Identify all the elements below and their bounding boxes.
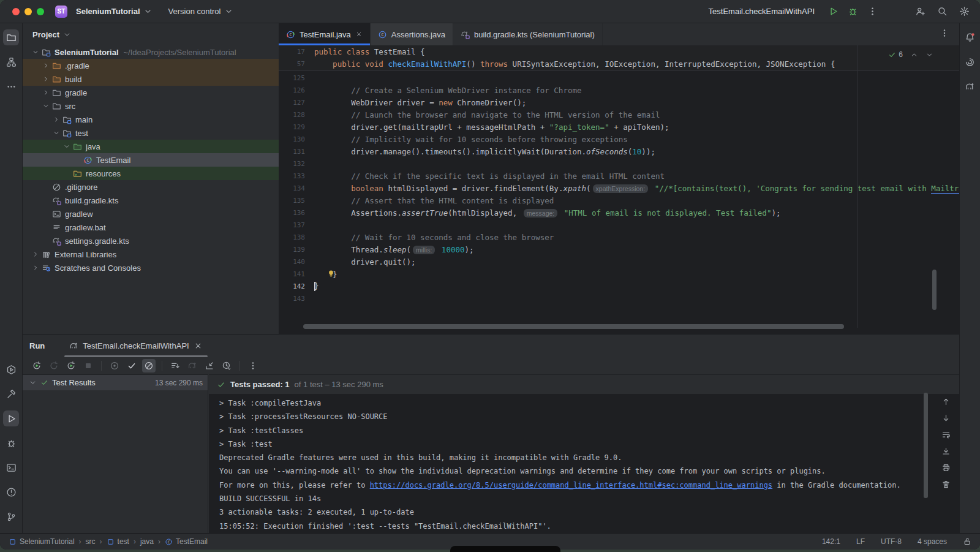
scroll-up-button[interactable] bbox=[939, 396, 952, 407]
structure-tool-button[interactable] bbox=[3, 54, 19, 70]
rerun-button[interactable] bbox=[30, 359, 43, 372]
tree-item-.gitignore[interactable]: .gitignore bbox=[23, 180, 279, 194]
tree-item-resources[interactable]: resources bbox=[23, 167, 279, 180]
indent-setting[interactable]: 4 spaces bbox=[918, 537, 947, 546]
chevron-right-icon[interactable] bbox=[40, 88, 51, 97]
tree-item-settings.gradle.kts[interactable]: settings.gradle.kts bbox=[23, 234, 279, 248]
file-encoding[interactable]: UTF-8 bbox=[881, 537, 902, 546]
project-tool-button[interactable] bbox=[3, 29, 19, 45]
breadcrumb-item-SeleniumTutorial[interactable]: SeleniumTutorial bbox=[9, 537, 75, 546]
tree-item-gradlew.bat[interactable]: gradlew.bat bbox=[23, 221, 279, 234]
tree-item-Scratches and Consoles[interactable]: Scratches and Consoles bbox=[23, 261, 279, 274]
breadcrumb-item-TestEmail[interactable]: CTestEmail bbox=[165, 537, 208, 546]
breadcrumb-item-src[interactable]: src bbox=[86, 537, 96, 546]
run-configuration-widget[interactable]: TestEmail.checkEmailWithAPI bbox=[705, 7, 818, 16]
tree-item-src[interactable]: src bbox=[23, 99, 279, 113]
add-user-button[interactable] bbox=[911, 4, 929, 20]
project-widget[interactable]: SeleniumTutorial bbox=[72, 4, 156, 18]
show-passed-button[interactable] bbox=[125, 359, 138, 372]
watch-button[interactable] bbox=[108, 359, 121, 372]
rerun-failed-button[interactable] bbox=[47, 359, 61, 372]
line-separator[interactable]: LF bbox=[856, 537, 865, 546]
next-problem-icon[interactable] bbox=[925, 51, 933, 59]
search-button[interactable] bbox=[933, 4, 951, 20]
tree-item-build[interactable]: build bbox=[23, 72, 279, 86]
stop-button[interactable] bbox=[81, 359, 95, 372]
soft-wrap-button[interactable] bbox=[939, 429, 952, 440]
tree-item-.gradle[interactable]: .gradle bbox=[23, 59, 279, 72]
console-vertical-scrollbar[interactable] bbox=[924, 393, 928, 498]
import-test-results-button[interactable] bbox=[203, 359, 216, 372]
print-button[interactable] bbox=[939, 462, 952, 473]
kebab-button[interactable] bbox=[864, 4, 881, 20]
run-session-tab[interactable]: TestEmail.checkEmailWithAPI bbox=[63, 335, 208, 357]
show-ignored-button[interactable] bbox=[142, 359, 156, 372]
settings-button[interactable] bbox=[956, 4, 973, 20]
notifications-button[interactable] bbox=[962, 29, 978, 45]
close-icon[interactable] bbox=[194, 341, 203, 350]
chevron-right-icon[interactable] bbox=[30, 263, 40, 273]
chevron-down-icon[interactable] bbox=[51, 128, 61, 138]
editor-tab-Assertions.java[interactable]: CAssertions.java bbox=[371, 23, 453, 45]
intention-bulb-icon[interactable] bbox=[326, 269, 336, 280]
project-panel-header[interactable]: Project bbox=[23, 23, 279, 45]
more-tools-button[interactable] bbox=[3, 78, 19, 94]
tree-item-main[interactable]: main bbox=[23, 113, 279, 126]
run-tool-button[interactable] bbox=[3, 410, 19, 426]
zoom-window-button[interactable] bbox=[37, 8, 44, 15]
editor-tab-TestEmail.java[interactable]: CTestEmail.java bbox=[279, 23, 371, 45]
breadcrumb-item-java[interactable]: java bbox=[140, 537, 154, 546]
tree-item-test[interactable]: test bbox=[23, 126, 279, 140]
chevron-right-icon[interactable] bbox=[51, 115, 61, 124]
version-control-button[interactable] bbox=[3, 509, 19, 524]
gradle-gray-button[interactable] bbox=[186, 359, 199, 372]
chevron-down-icon[interactable] bbox=[30, 47, 40, 57]
breadcrumb-item-test[interactable]: test bbox=[107, 537, 129, 546]
run-play-button[interactable] bbox=[824, 4, 842, 20]
previous-problem-icon[interactable] bbox=[910, 51, 918, 59]
test-results-header[interactable]: Test Results 13 sec 290 ms bbox=[23, 375, 208, 390]
chevron-right-icon[interactable] bbox=[30, 249, 40, 259]
problems-button[interactable] bbox=[3, 484, 19, 500]
more-kebab-button[interactable] bbox=[246, 359, 260, 372]
tab-options-kebab-icon[interactable] bbox=[940, 28, 949, 38]
debug-tool-button[interactable] bbox=[3, 435, 19, 451]
clear-console-button[interactable] bbox=[939, 478, 952, 490]
tree-item-TestEmail[interactable]: CTestEmail bbox=[23, 153, 279, 167]
tree-item-SeleniumTutorial[interactable]: SeleniumTutorial~/IdeaProjects/SeleniumT… bbox=[23, 45, 279, 59]
unlock-icon[interactable] bbox=[963, 537, 971, 546]
terminal-button[interactable] bbox=[3, 459, 19, 475]
test-history-button[interactable] bbox=[220, 359, 233, 372]
sort-by-duration-button[interactable] bbox=[168, 359, 182, 372]
services-button[interactable] bbox=[3, 361, 19, 377]
close-icon[interactable] bbox=[355, 31, 363, 38]
minimize-window-button[interactable] bbox=[24, 8, 32, 15]
chevron-right-icon[interactable] bbox=[40, 61, 51, 70]
chevron-right-icon[interactable] bbox=[40, 74, 51, 84]
vcs-widget[interactable]: Version control bbox=[165, 4, 237, 18]
inspections-widget[interactable]: 6 bbox=[888, 50, 933, 59]
scroll-to-end-button[interactable] bbox=[939, 445, 952, 456]
rerun-failed-tests-button[interactable] bbox=[64, 359, 78, 372]
debug-button[interactable] bbox=[844, 4, 861, 20]
tree-item-java[interactable]: java bbox=[23, 140, 279, 153]
libraries-icon bbox=[40, 249, 51, 259]
scroll-down-button[interactable] bbox=[939, 412, 952, 423]
close-window-button[interactable] bbox=[12, 8, 20, 15]
editor-vertical-scrollbar[interactable] bbox=[932, 270, 937, 310]
caret-position[interactable]: 142:1 bbox=[822, 537, 840, 546]
chevron-down-icon[interactable] bbox=[61, 142, 72, 151]
tree-item-gradlew[interactable]: gradlew bbox=[23, 207, 279, 221]
gradle-tool-button[interactable] bbox=[962, 78, 978, 94]
tree-item-gradle[interactable]: gradle bbox=[23, 86, 279, 99]
chevron-down-icon[interactable] bbox=[40, 101, 51, 111]
editor-horizontal-scrollbar[interactable] bbox=[303, 324, 844, 329]
ai-assistant-button[interactable] bbox=[962, 54, 978, 70]
build-button[interactable] bbox=[3, 386, 19, 402]
folder-project-icon bbox=[40, 47, 51, 57]
editor-tab-build.gradle.kts (SeleniumTutorial)[interactable]: build.gradle.kts (SeleniumTutorial) bbox=[453, 23, 603, 45]
run-console[interactable]: > Task :compileTestJava> Task :processTe… bbox=[209, 394, 959, 533]
tree-item-build.gradle.kts[interactable]: build.gradle.kts bbox=[23, 194, 279, 207]
console-link[interactable]: https://docs.gradle.org/8.5/userguide/co… bbox=[370, 481, 772, 490]
tree-item-External Libraries[interactable]: External Libraries bbox=[23, 248, 279, 261]
